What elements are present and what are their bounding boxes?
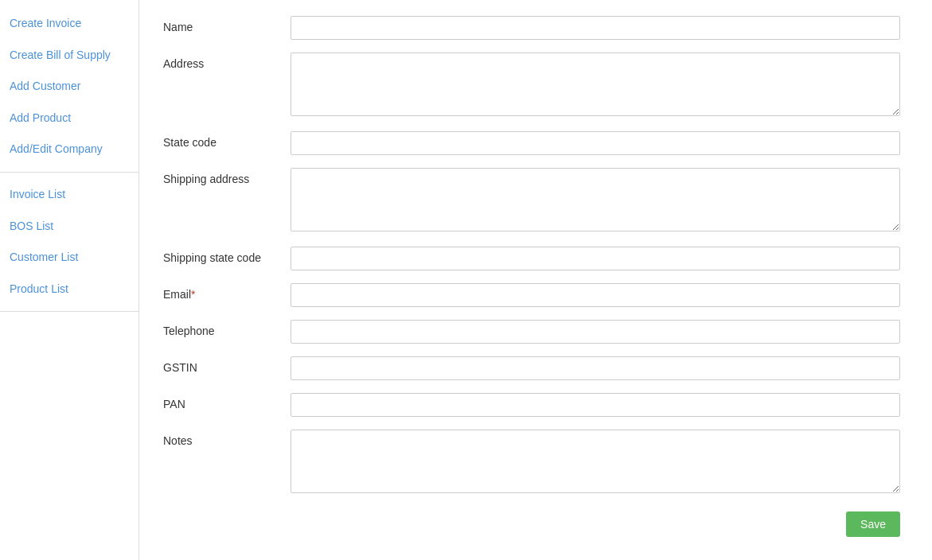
- sidebar-item-bos-list[interactable]: BOS List: [0, 211, 138, 243]
- label-name: Name: [163, 16, 291, 33]
- input-notes[interactable]: [291, 430, 900, 493]
- sidebar-item-product-list[interactable]: Product List: [0, 274, 138, 305]
- label-gstin: GSTIN: [163, 356, 291, 374]
- label-notes: Notes: [163, 430, 291, 447]
- sidebar: Create Invoice Create Bill of Supply Add…: [0, 0, 139, 560]
- label-state-code: State code: [163, 131, 291, 149]
- save-button[interactable]: Save: [846, 511, 900, 537]
- form-row-pan: PAN: [163, 393, 900, 417]
- main-content: Name Address State code Shipping address: [139, 0, 932, 560]
- sidebar-group-actions: Create Invoice Create Bill of Supply Add…: [0, 8, 138, 173]
- label-shipping-state-code: Shipping state code: [163, 247, 291, 264]
- label-email: Email*: [163, 283, 291, 301]
- field-telephone: [291, 320, 900, 344]
- field-name: [291, 16, 900, 40]
- email-required-indicator: *: [191, 288, 195, 301]
- input-shipping-state-code[interactable]: [291, 247, 900, 270]
- sidebar-item-create-bill-of-supply[interactable]: Create Bill of Supply: [0, 40, 138, 72]
- input-email[interactable]: [291, 283, 900, 307]
- sidebar-item-add-product[interactable]: Add Product: [0, 103, 138, 134]
- input-telephone[interactable]: [291, 320, 900, 344]
- field-email: [291, 283, 900, 307]
- field-shipping-address: [291, 168, 900, 234]
- sidebar-item-invoice-list[interactable]: Invoice List: [0, 179, 138, 211]
- sidebar-item-customer-list[interactable]: Customer List: [0, 242, 138, 274]
- form-row-shipping-state-code: Shipping state code: [163, 247, 900, 270]
- form-row-email: Email*: [163, 283, 900, 307]
- form-row-address: Address: [163, 52, 900, 119]
- input-shipping-address[interactable]: [291, 168, 900, 231]
- sidebar-item-add-customer[interactable]: Add Customer: [0, 71, 138, 103]
- form-row-state-code: State code: [163, 131, 900, 155]
- field-notes: [291, 430, 900, 496]
- input-address[interactable]: [291, 52, 900, 116]
- form-row-notes: Notes: [163, 430, 900, 496]
- input-gstin[interactable]: [291, 356, 900, 380]
- sidebar-item-create-invoice[interactable]: Create Invoice: [0, 8, 138, 40]
- field-pan: [291, 393, 900, 417]
- field-state-code: [291, 131, 900, 155]
- field-shipping-state-code: [291, 247, 900, 270]
- label-shipping-address: Shipping address: [163, 168, 291, 185]
- form-row-name: Name: [163, 16, 900, 40]
- form-row-telephone: Telephone: [163, 320, 900, 344]
- sidebar-item-add-edit-company[interactable]: Add/Edit Company: [0, 134, 138, 165]
- field-gstin: [291, 356, 900, 380]
- label-telephone: Telephone: [163, 320, 291, 337]
- sidebar-group-lists: Invoice List BOS List Customer List Prod…: [0, 179, 138, 312]
- input-state-code[interactable]: [291, 131, 900, 155]
- input-pan[interactable]: [291, 393, 900, 417]
- form-row-gstin: GSTIN: [163, 356, 900, 380]
- field-address: [291, 52, 900, 119]
- form-actions: Save: [163, 511, 900, 537]
- form-row-shipping-address: Shipping address: [163, 168, 900, 234]
- label-pan: PAN: [163, 393, 291, 410]
- label-address: Address: [163, 52, 291, 70]
- input-name[interactable]: [291, 16, 900, 40]
